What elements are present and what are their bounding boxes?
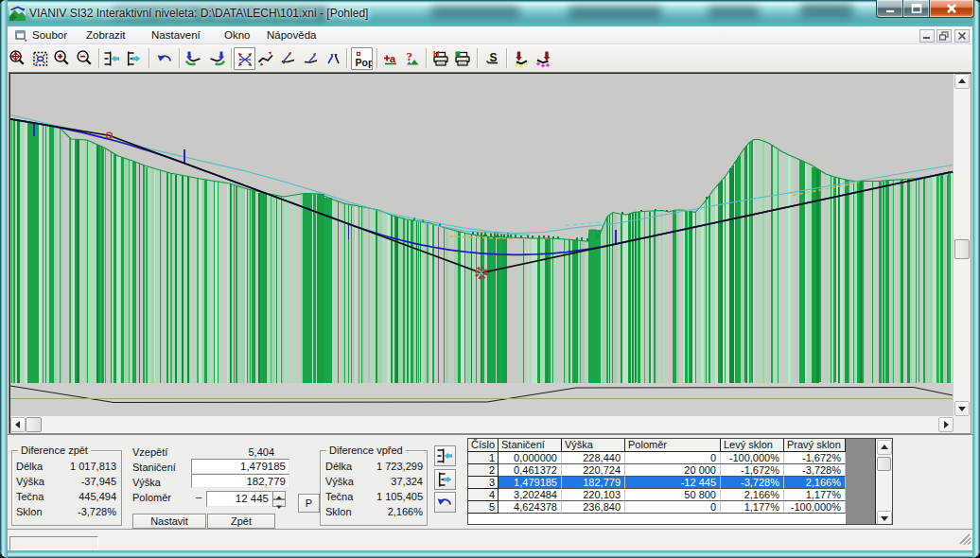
svg-text:S: S [490,51,498,64]
svg-text:Pop: Pop [356,57,373,68]
svg-text:a: a [390,53,396,64]
svg-text:?: ? [407,49,413,63]
svg-text:H: H [433,49,440,59]
